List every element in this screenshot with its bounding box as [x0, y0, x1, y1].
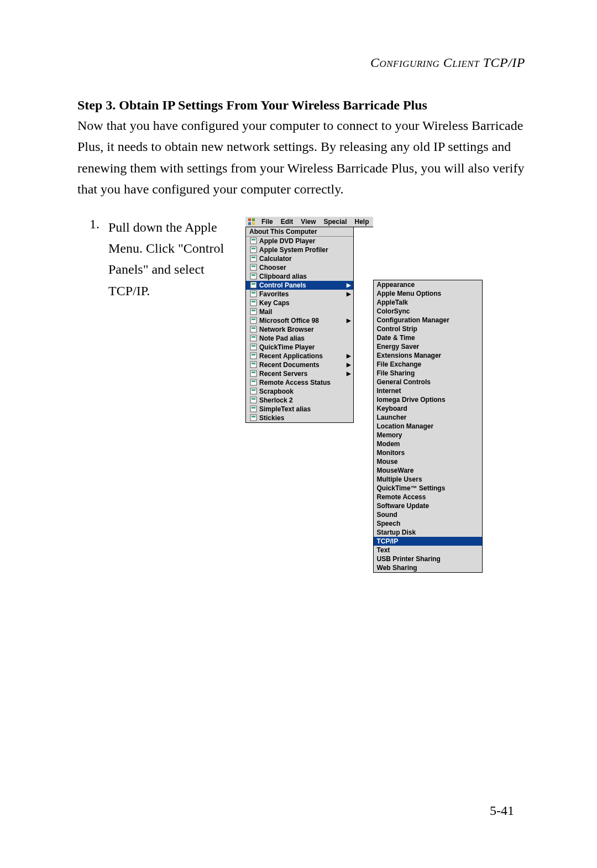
- svg-rect-21: [252, 310, 255, 311]
- submenu-item[interactable]: MouseWare: [374, 466, 482, 475]
- menu-file[interactable]: File: [260, 218, 275, 226]
- menu-item[interactable]: Mail: [246, 307, 353, 316]
- svg-rect-9: [252, 257, 255, 258]
- menu-item[interactable]: QuickTime Player: [246, 343, 353, 352]
- menu-item-label: Clipboard alias: [259, 273, 351, 280]
- apple-menu-icon[interactable]: [248, 218, 255, 226]
- submenu-item[interactable]: ColorSync: [374, 307, 482, 316]
- menu-item[interactable]: Recent Documents▶: [246, 360, 353, 369]
- submenu-item[interactable]: AppleTalk: [374, 298, 482, 307]
- menu-item[interactable]: Calculator: [246, 254, 353, 263]
- menu-help[interactable]: Help: [353, 218, 371, 226]
- submenu-item[interactable]: Modem: [374, 440, 482, 448]
- svg-rect-23: [252, 318, 255, 320]
- svg-rect-0: [248, 218, 251, 221]
- menu-item-label: Remote Access Status: [259, 379, 351, 386]
- svg-rect-35: [252, 372, 255, 373]
- svg-rect-16: [250, 291, 256, 297]
- menu-item[interactable]: Recent Servers▶: [246, 369, 353, 378]
- submenu-item[interactable]: Internet: [374, 386, 482, 395]
- submenu-item[interactable]: Extensions Manager: [374, 351, 482, 360]
- submenu-item[interactable]: Web Sharing: [374, 563, 482, 572]
- menu-item[interactable]: Control Panels▶: [246, 281, 353, 290]
- menu-item[interactable]: Scrapbook: [246, 387, 353, 396]
- intro-paragraph: Now that you have configured your comput…: [77, 115, 525, 200]
- svg-rect-44: [250, 415, 256, 421]
- menu-item[interactable]: Note Pad alias: [246, 334, 353, 343]
- submenu-item[interactable]: General Controls: [374, 378, 482, 386]
- svg-rect-28: [250, 344, 256, 350]
- menu-item[interactable]: Clipboard alias: [246, 272, 353, 281]
- submenu-item[interactable]: Multiple Users: [374, 475, 482, 484]
- instruction-text: Pull down the Apple Menu. Click "Control…: [108, 217, 235, 302]
- menu-item-label: Microsoft Office 98: [259, 317, 347, 325]
- submenu-item[interactable]: Startup Disk: [374, 528, 482, 537]
- menu-item[interactable]: Stickies: [246, 414, 353, 422]
- menu-item-label: Sherlock 2: [259, 396, 351, 404]
- svg-rect-29: [252, 345, 255, 347]
- svg-rect-6: [250, 247, 256, 253]
- menu-view[interactable]: View: [299, 218, 317, 226]
- menu-item-icon: [249, 326, 257, 333]
- menu-item[interactable]: Recent Applications▶: [246, 352, 353, 360]
- submenu-arrow-icon: ▶: [347, 353, 351, 359]
- apple-menu-dropdown: About This Computer Apple DVD PlayerAppl…: [245, 227, 354, 423]
- submenu-item[interactable]: File Sharing: [374, 369, 482, 378]
- menu-item-about[interactable]: About This Computer: [246, 227, 353, 236]
- submenu-item[interactable]: QuickTime™ Settings: [374, 484, 482, 493]
- submenu-item[interactable]: Monitors: [374, 448, 482, 457]
- menu-item[interactable]: Favorites▶: [246, 290, 353, 299]
- submenu-item[interactable]: TCP/IP: [374, 537, 482, 546]
- menu-item[interactable]: Network Browser: [246, 325, 353, 334]
- submenu-item[interactable]: USB Printer Sharing: [374, 555, 482, 563]
- submenu-item[interactable]: Energy Saver: [374, 342, 482, 351]
- menu-item[interactable]: Microsoft Office 98▶: [246, 316, 353, 325]
- svg-rect-22: [250, 317, 256, 323]
- menu-edit[interactable]: Edit: [279, 218, 295, 226]
- menu-item[interactable]: SimpleText alias: [246, 405, 353, 414]
- svg-rect-2: [248, 222, 251, 225]
- submenu-item[interactable]: Appearance: [374, 280, 482, 289]
- submenu-item[interactable]: Iomega Drive Options: [374, 395, 482, 404]
- svg-rect-3: [252, 222, 255, 225]
- control-panels-submenu: AppearanceApple Menu OptionsAppleTalkCol…: [373, 280, 483, 573]
- menu-item[interactable]: Key Caps: [246, 299, 353, 307]
- menu-item-label: Chooser: [259, 264, 351, 271]
- submenu-item[interactable]: Configuration Manager: [374, 316, 482, 325]
- menu-item-icon: [249, 290, 257, 298]
- submenu-item[interactable]: Mouse: [374, 457, 482, 466]
- svg-rect-45: [252, 416, 255, 417]
- menu-item[interactable]: Apple DVD Player: [246, 237, 353, 245]
- menu-item-label: Control Panels: [259, 281, 347, 289]
- submenu-item[interactable]: Apple Menu Options: [374, 289, 482, 298]
- menu-item[interactable]: Apple System Profiler: [246, 245, 353, 254]
- submenu-item[interactable]: Launcher: [374, 413, 482, 422]
- menu-item-label: SimpleText alias: [259, 405, 351, 413]
- submenu-item[interactable]: Software Update: [374, 501, 482, 510]
- menu-item[interactable]: Sherlock 2: [246, 396, 353, 405]
- menu-item-label: About This Computer: [249, 228, 351, 236]
- menu-item[interactable]: Chooser: [246, 263, 353, 272]
- svg-rect-7: [252, 248, 255, 249]
- menu-item-icon: [249, 352, 257, 360]
- submenu-item[interactable]: Speech: [374, 519, 482, 528]
- submenu-item[interactable]: Control Strip: [374, 325, 482, 333]
- submenu-arrow-icon: ▶: [347, 362, 351, 368]
- menu-item-icon: [249, 308, 257, 316]
- svg-rect-38: [250, 388, 256, 394]
- submenu-item[interactable]: Keyboard: [374, 404, 482, 413]
- submenu-item[interactable]: Sound: [374, 510, 482, 519]
- menu-item-icon: [249, 388, 257, 395]
- svg-rect-42: [250, 406, 256, 412]
- submenu-item[interactable]: Text: [374, 546, 482, 555]
- submenu-arrow-icon: ▶: [347, 371, 351, 377]
- submenu-item[interactable]: Memory: [374, 431, 482, 440]
- menu-special[interactable]: Special: [322, 218, 348, 226]
- page-header: Configuring Client TCP/IP: [77, 55, 525, 70]
- submenu-item[interactable]: Remote Access: [374, 493, 482, 501]
- menu-item[interactable]: Remote Access Status: [246, 378, 353, 387]
- submenu-item[interactable]: Date & Time: [374, 333, 482, 342]
- svg-rect-1: [252, 218, 255, 221]
- submenu-item[interactable]: Location Manager: [374, 422, 482, 431]
- submenu-item[interactable]: File Exchange: [374, 360, 482, 369]
